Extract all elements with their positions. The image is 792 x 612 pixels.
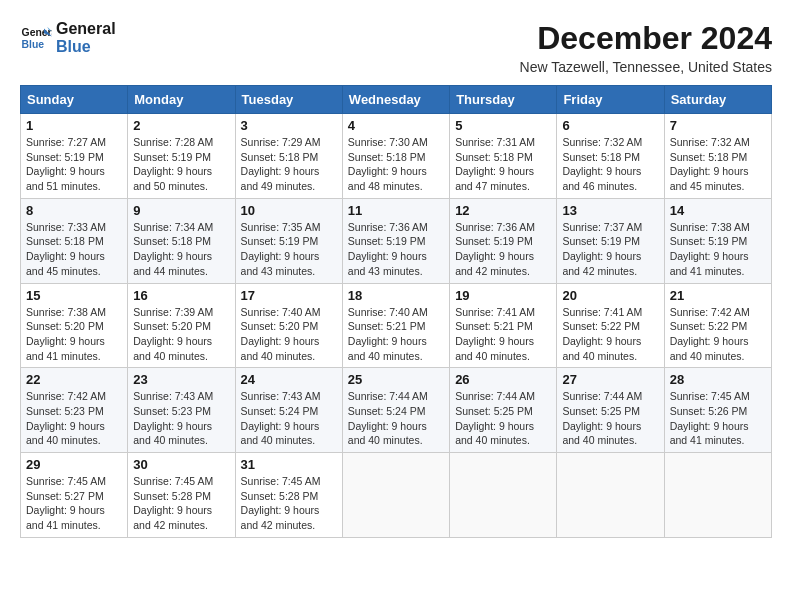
day-info: Sunrise: 7:30 AMSunset: 5:18 PMDaylight:… (348, 136, 428, 192)
day-info: Sunrise: 7:28 AMSunset: 5:19 PMDaylight:… (133, 136, 213, 192)
day-number: 30 (133, 457, 229, 472)
day-info: Sunrise: 7:45 AMSunset: 5:27 PMDaylight:… (26, 475, 106, 531)
calendar-cell: 20 Sunrise: 7:41 AMSunset: 5:22 PMDaylig… (557, 283, 664, 368)
calendar-week-row: 22 Sunrise: 7:42 AMSunset: 5:23 PMDaylig… (21, 368, 772, 453)
page-header: General Blue General Blue December 2024 … (20, 20, 772, 75)
day-info: Sunrise: 7:42 AMSunset: 5:23 PMDaylight:… (26, 390, 106, 446)
day-number: 4 (348, 118, 444, 133)
day-number: 13 (562, 203, 658, 218)
col-header-monday: Monday (128, 86, 235, 114)
day-info: Sunrise: 7:45 AMSunset: 5:28 PMDaylight:… (133, 475, 213, 531)
day-number: 20 (562, 288, 658, 303)
logo-line1: General (56, 20, 116, 38)
day-number: 5 (455, 118, 551, 133)
day-number: 7 (670, 118, 766, 133)
day-number: 19 (455, 288, 551, 303)
calendar-cell (342, 453, 449, 538)
col-header-sunday: Sunday (21, 86, 128, 114)
calendar-cell: 26 Sunrise: 7:44 AMSunset: 5:25 PMDaylig… (450, 368, 557, 453)
calendar-cell (450, 453, 557, 538)
calendar-week-row: 8 Sunrise: 7:33 AMSunset: 5:18 PMDayligh… (21, 198, 772, 283)
day-number: 12 (455, 203, 551, 218)
col-header-saturday: Saturday (664, 86, 771, 114)
col-header-tuesday: Tuesday (235, 86, 342, 114)
calendar-cell: 2 Sunrise: 7:28 AMSunset: 5:19 PMDayligh… (128, 114, 235, 199)
day-number: 10 (241, 203, 337, 218)
calendar-cell: 29 Sunrise: 7:45 AMSunset: 5:27 PMDaylig… (21, 453, 128, 538)
calendar-cell: 30 Sunrise: 7:45 AMSunset: 5:28 PMDaylig… (128, 453, 235, 538)
location: New Tazewell, Tennessee, United States (520, 59, 772, 75)
day-info: Sunrise: 7:45 AMSunset: 5:28 PMDaylight:… (241, 475, 321, 531)
calendar-cell: 23 Sunrise: 7:43 AMSunset: 5:23 PMDaylig… (128, 368, 235, 453)
day-info: Sunrise: 7:34 AMSunset: 5:18 PMDaylight:… (133, 221, 213, 277)
day-info: Sunrise: 7:36 AMSunset: 5:19 PMDaylight:… (348, 221, 428, 277)
calendar-cell: 27 Sunrise: 7:44 AMSunset: 5:25 PMDaylig… (557, 368, 664, 453)
calendar-table: SundayMondayTuesdayWednesdayThursdayFrid… (20, 85, 772, 538)
day-info: Sunrise: 7:43 AMSunset: 5:24 PMDaylight:… (241, 390, 321, 446)
calendar-week-row: 29 Sunrise: 7:45 AMSunset: 5:27 PMDaylig… (21, 453, 772, 538)
calendar-cell: 21 Sunrise: 7:42 AMSunset: 5:22 PMDaylig… (664, 283, 771, 368)
day-number: 11 (348, 203, 444, 218)
day-number: 21 (670, 288, 766, 303)
day-info: Sunrise: 7:44 AMSunset: 5:25 PMDaylight:… (455, 390, 535, 446)
day-info: Sunrise: 7:42 AMSunset: 5:22 PMDaylight:… (670, 306, 750, 362)
logo: General Blue General Blue (20, 20, 116, 57)
calendar-cell (664, 453, 771, 538)
logo-line2: Blue (56, 38, 116, 56)
month-title: December 2024 (520, 20, 772, 57)
svg-text:Blue: Blue (22, 39, 45, 50)
day-number: 23 (133, 372, 229, 387)
day-number: 6 (562, 118, 658, 133)
day-number: 27 (562, 372, 658, 387)
day-number: 24 (241, 372, 337, 387)
day-info: Sunrise: 7:37 AMSunset: 5:19 PMDaylight:… (562, 221, 642, 277)
col-header-wednesday: Wednesday (342, 86, 449, 114)
col-header-friday: Friday (557, 86, 664, 114)
day-info: Sunrise: 7:27 AMSunset: 5:19 PMDaylight:… (26, 136, 106, 192)
calendar-cell: 1 Sunrise: 7:27 AMSunset: 5:19 PMDayligh… (21, 114, 128, 199)
day-number: 14 (670, 203, 766, 218)
day-info: Sunrise: 7:32 AMSunset: 5:18 PMDaylight:… (670, 136, 750, 192)
calendar-week-row: 15 Sunrise: 7:38 AMSunset: 5:20 PMDaylig… (21, 283, 772, 368)
calendar-cell: 4 Sunrise: 7:30 AMSunset: 5:18 PMDayligh… (342, 114, 449, 199)
day-info: Sunrise: 7:44 AMSunset: 5:24 PMDaylight:… (348, 390, 428, 446)
col-header-thursday: Thursday (450, 86, 557, 114)
day-number: 8 (26, 203, 122, 218)
calendar-cell: 14 Sunrise: 7:38 AMSunset: 5:19 PMDaylig… (664, 198, 771, 283)
day-info: Sunrise: 7:29 AMSunset: 5:18 PMDaylight:… (241, 136, 321, 192)
calendar-cell: 3 Sunrise: 7:29 AMSunset: 5:18 PMDayligh… (235, 114, 342, 199)
calendar-cell: 13 Sunrise: 7:37 AMSunset: 5:19 PMDaylig… (557, 198, 664, 283)
calendar-cell: 18 Sunrise: 7:40 AMSunset: 5:21 PMDaylig… (342, 283, 449, 368)
calendar-cell: 28 Sunrise: 7:45 AMSunset: 5:26 PMDaylig… (664, 368, 771, 453)
day-info: Sunrise: 7:35 AMSunset: 5:19 PMDaylight:… (241, 221, 321, 277)
day-number: 2 (133, 118, 229, 133)
day-number: 9 (133, 203, 229, 218)
calendar-week-row: 1 Sunrise: 7:27 AMSunset: 5:19 PMDayligh… (21, 114, 772, 199)
day-info: Sunrise: 7:32 AMSunset: 5:18 PMDaylight:… (562, 136, 642, 192)
day-info: Sunrise: 7:41 AMSunset: 5:22 PMDaylight:… (562, 306, 642, 362)
calendar-cell: 5 Sunrise: 7:31 AMSunset: 5:18 PMDayligh… (450, 114, 557, 199)
day-number: 1 (26, 118, 122, 133)
calendar-cell: 24 Sunrise: 7:43 AMSunset: 5:24 PMDaylig… (235, 368, 342, 453)
calendar-cell: 17 Sunrise: 7:40 AMSunset: 5:20 PMDaylig… (235, 283, 342, 368)
day-number: 28 (670, 372, 766, 387)
day-number: 26 (455, 372, 551, 387)
logo-icon: General Blue (20, 22, 52, 54)
day-info: Sunrise: 7:39 AMSunset: 5:20 PMDaylight:… (133, 306, 213, 362)
calendar-cell (557, 453, 664, 538)
day-number: 16 (133, 288, 229, 303)
day-number: 29 (26, 457, 122, 472)
day-info: Sunrise: 7:36 AMSunset: 5:19 PMDaylight:… (455, 221, 535, 277)
calendar-cell: 31 Sunrise: 7:45 AMSunset: 5:28 PMDaylig… (235, 453, 342, 538)
day-info: Sunrise: 7:44 AMSunset: 5:25 PMDaylight:… (562, 390, 642, 446)
calendar-cell: 9 Sunrise: 7:34 AMSunset: 5:18 PMDayligh… (128, 198, 235, 283)
calendar-cell: 25 Sunrise: 7:44 AMSunset: 5:24 PMDaylig… (342, 368, 449, 453)
calendar-cell: 15 Sunrise: 7:38 AMSunset: 5:20 PMDaylig… (21, 283, 128, 368)
day-info: Sunrise: 7:40 AMSunset: 5:20 PMDaylight:… (241, 306, 321, 362)
calendar-header-row: SundayMondayTuesdayWednesdayThursdayFrid… (21, 86, 772, 114)
calendar-cell: 16 Sunrise: 7:39 AMSunset: 5:20 PMDaylig… (128, 283, 235, 368)
calendar-cell: 22 Sunrise: 7:42 AMSunset: 5:23 PMDaylig… (21, 368, 128, 453)
calendar-cell: 10 Sunrise: 7:35 AMSunset: 5:19 PMDaylig… (235, 198, 342, 283)
day-info: Sunrise: 7:38 AMSunset: 5:20 PMDaylight:… (26, 306, 106, 362)
day-info: Sunrise: 7:45 AMSunset: 5:26 PMDaylight:… (670, 390, 750, 446)
